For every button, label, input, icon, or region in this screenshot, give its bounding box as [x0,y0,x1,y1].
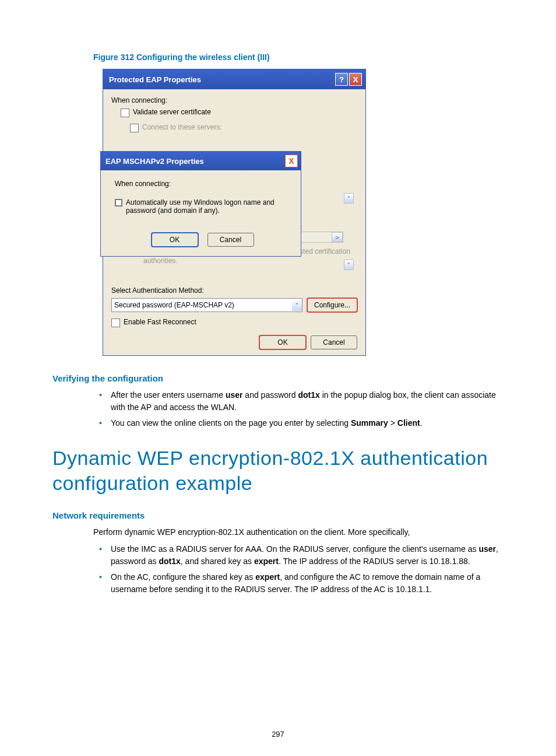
fast-reconnect-checkbox[interactable] [111,318,120,327]
when-connecting-label: When connecting: [111,96,357,104]
auth-method-value: Secured password (EAP-MSCHAP v2) [114,301,234,309]
auth-method-dropdown[interactable]: Secured password (EAP-MSCHAP v2) ˅ [111,298,302,312]
outer-dialog: Protected EAP Properties ? X When connec… [103,69,366,356]
list-item: Use the IMC as a RADIUS server for AAA. … [93,543,504,568]
list-item: After the user enters username user and … [93,389,504,414]
chevron-down-icon[interactable]: ˅ [292,299,302,311]
connect-servers-label: Connect to these servers: [142,123,222,131]
list-item: You can view the online clients on the p… [93,417,504,429]
scroll-right-icon[interactable]: > [332,232,343,242]
close-icon[interactable]: X [285,155,298,167]
network-list: Use the IMC as a RADIUS server for AAA. … [93,543,504,596]
connect-servers-checkbox [130,124,139,132]
page-number: 297 [0,730,556,738]
list-item: On the AC, configure the shared key as e… [93,571,504,596]
fast-reconnect-label: Enable Fast Reconnect [124,318,196,326]
outer-titlebar: Protected EAP Properties ? X [103,69,365,89]
outer-dialog-title: Protected EAP Properties [109,75,201,84]
inner-cancel-button[interactable]: Cancel [207,233,254,247]
outer-ok-button[interactable]: OK [259,335,306,349]
scroll-down-icon[interactable]: ˅ [344,260,354,270]
main-heading: Dynamic WEP encryption-802.1X authentica… [52,446,504,495]
v-scrollbar[interactable]: ˄ ˅ [344,193,354,270]
help-icon[interactable]: ? [335,73,348,86]
auto-use-label: Automatically use my Windows logon name … [126,198,290,215]
configure-button[interactable]: Configure... [307,298,357,312]
network-req-heading: Network requirements [52,510,504,520]
dialogs-screenshot: Protected EAP Properties ? X When connec… [103,69,366,356]
inner-dialog-title: EAP MSCHAPv2 Properties [105,157,204,166]
inner-ok-button[interactable]: OK [152,233,198,247]
figure-caption: Figure 312 Configuring the wireless clie… [93,52,504,62]
outer-cancel-button[interactable]: Cancel [311,335,357,349]
network-intro: Perform dynamic WEP encryption-802.1X au… [93,526,504,538]
verify-list: After the user enters username user and … [93,389,504,429]
inner-dialog: EAP MSCHAPv2 Properties X When connectin… [100,151,301,257]
auto-use-checkbox[interactable] [115,199,122,206]
inner-when-connecting: When connecting: [115,180,290,188]
close-icon[interactable]: X [349,73,362,86]
validate-cert-checkbox[interactable] [121,108,129,117]
scroll-up-icon[interactable]: ˄ [344,193,354,204]
inner-titlebar: EAP MSCHAPv2 Properties X [101,152,301,170]
verify-heading: Verifying the configuration [52,373,504,383]
select-auth-label: Select Authentication Method: [111,286,357,295]
validate-cert-label: Validate server certificate [133,108,211,116]
